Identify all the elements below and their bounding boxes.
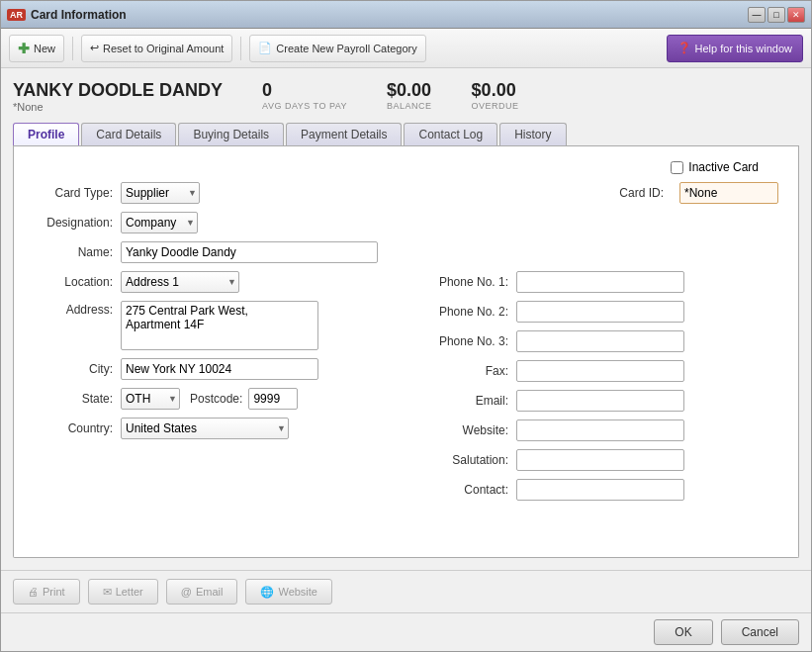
country-select[interactable]: United States Canada United Kingdom: [121, 418, 289, 439]
card-id-input[interactable]: [679, 182, 778, 204]
tab-history[interactable]: History: [499, 123, 566, 145]
main-window: AR Card Information — □ ✕ ✚ New ↩ Reset …: [0, 0, 812, 652]
name-row: Name:: [34, 241, 778, 263]
separator-2: [240, 37, 241, 60]
minimize-button[interactable]: —: [748, 7, 766, 23]
letter-button[interactable]: ✉ Letter: [88, 579, 158, 605]
state-label: State:: [34, 392, 113, 406]
phone1-label: Phone No. 1:: [429, 275, 508, 289]
help-label: Help for this window: [695, 43, 792, 54]
maximize-button[interactable]: □: [767, 7, 785, 23]
new-icon: ✚: [18, 41, 30, 56]
address-section: Location: Address 1 Address 2 Address 3 …: [34, 271, 778, 509]
help-button[interactable]: ❓ Help for this window: [667, 35, 803, 62]
card-id-label: Card ID:: [585, 186, 664, 200]
tab-contact-log[interactable]: Contact Log: [404, 123, 497, 145]
email-label: Email: [196, 586, 224, 598]
email-input[interactable]: [516, 390, 684, 412]
postcode-label: Postcode:: [190, 392, 242, 406]
right-column: Phone No. 1: Phone No. 2: Phone No. 3:: [429, 271, 778, 509]
new-label: New: [34, 43, 55, 54]
salutation-label: Salutation:: [429, 453, 508, 467]
location-select[interactable]: Address 1 Address 2 Address 3: [121, 271, 239, 293]
phone2-input[interactable]: [516, 301, 684, 323]
avg-days-stat: 0 AVG DAYS TO PAY: [262, 80, 347, 111]
address-label: Address:: [34, 301, 113, 317]
fax-input[interactable]: [516, 360, 684, 382]
phone3-row: Phone No. 3:: [429, 330, 778, 352]
balance-stat: $0.00 BALANCE: [387, 80, 432, 111]
avg-days-label: AVG DAYS TO PAY: [262, 101, 347, 111]
avg-days-value: 0: [262, 80, 272, 101]
name-input[interactable]: [121, 241, 378, 263]
reset-button[interactable]: ↩ Reset to Original Amount: [81, 35, 232, 62]
inactive-card-checkbox[interactable]: [671, 161, 683, 174]
inactive-card-row: Inactive Card: [671, 160, 759, 174]
phone1-input[interactable]: [516, 271, 684, 293]
location-select-wrapper: Address 1 Address 2 Address 3 ▼: [121, 271, 239, 293]
tab-card-details[interactable]: Card Details: [81, 123, 176, 145]
tab-buying-details[interactable]: Buying Details: [178, 123, 284, 145]
website-label: Website: [278, 586, 317, 598]
balance-label: BALANCE: [387, 101, 432, 111]
contact-input[interactable]: [516, 479, 684, 501]
content-area: YANKY DOODLE DANDY *None 0 AVG DAYS TO P…: [1, 68, 811, 570]
help-icon: ❓: [677, 42, 691, 54]
overdue-stat: $0.00 OVERDUE: [472, 80, 519, 111]
address-textarea[interactable]: 275 Central Park West, Apartment 14F: [121, 301, 318, 350]
location-label: Location:: [34, 275, 113, 289]
website-input[interactable]: [516, 419, 684, 441]
new-button[interactable]: ✚ New: [9, 35, 64, 62]
create-payroll-button[interactable]: 📄 Create New Payroll Category: [249, 35, 425, 62]
profile-form-panel: Inactive Card Card Type: Supplier Custom…: [13, 146, 799, 558]
website-button[interactable]: 🌐 Website: [245, 579, 332, 605]
phone3-input[interactable]: [516, 330, 684, 352]
designation-select[interactable]: Company Individual: [121, 212, 198, 233]
payroll-icon: 📄: [258, 42, 272, 54]
tab-payment-details[interactable]: Payment Details: [286, 123, 402, 145]
toolbar: ✚ New ↩ Reset to Original Amount 📄 Creat…: [1, 29, 811, 68]
city-input[interactable]: [121, 358, 318, 380]
state-select-wrapper: OTH NY CA ▼: [121, 388, 180, 410]
card-type-label: Card Type:: [34, 186, 113, 200]
print-icon: 🖨: [28, 586, 39, 598]
tab-profile[interactable]: Profile: [13, 123, 79, 145]
website-row: Website:: [429, 419, 778, 441]
card-name: YANKY DOODLE DANDY: [13, 80, 223, 101]
fax-row: Fax:: [429, 360, 778, 382]
state-select[interactable]: OTH NY CA: [121, 388, 180, 410]
card-type-select[interactable]: Supplier Customer Employee Personal: [121, 182, 200, 204]
card-name-section: YANKY DOODLE DANDY *None: [13, 80, 223, 113]
card-id-row: Card ID:: [585, 182, 778, 204]
website-label: Website:: [429, 423, 508, 437]
email-button[interactable]: @ Email: [166, 579, 238, 605]
close-button[interactable]: ✕: [787, 7, 805, 23]
website-icon: 🌐: [260, 586, 274, 599]
contact-row: Contact:: [429, 479, 778, 501]
reset-icon: ↩: [90, 42, 99, 54]
print-label: Print: [43, 586, 65, 598]
name-label: Name:: [34, 245, 113, 259]
inactive-card-label: Inactive Card: [688, 160, 759, 174]
title-bar: AR Card Information — □ ✕: [1, 1, 811, 29]
salutation-input[interactable]: [516, 449, 684, 471]
tabs-bar: Profile Card Details Buying Details Paym…: [13, 123, 799, 146]
contact-label: Contact:: [429, 483, 508, 497]
balance-value: $0.00: [387, 80, 431, 101]
email-row: Email:: [429, 390, 778, 412]
letter-label: Letter: [116, 586, 143, 598]
overdue-label: OVERDUE: [472, 101, 519, 111]
print-button[interactable]: 🖨 Print: [13, 579, 80, 605]
card-sub: *None: [13, 101, 223, 113]
ok-button[interactable]: OK: [654, 619, 712, 645]
phone3-label: Phone No. 3:: [429, 334, 508, 348]
country-label: Country:: [34, 421, 113, 435]
window-controls: — □ ✕: [748, 7, 805, 23]
state-postcode-row: State: OTH NY CA ▼ Postcode:: [34, 388, 409, 410]
cancel-button[interactable]: Cancel: [721, 619, 799, 645]
city-row: City:: [34, 358, 409, 380]
location-row: Location: Address 1 Address 2 Address 3 …: [34, 271, 409, 293]
email-label: Email:: [429, 394, 508, 408]
bottom-toolbar: 🖨 Print ✉ Letter @ Email 🌐 Website: [1, 570, 811, 612]
postcode-input[interactable]: [248, 388, 298, 410]
